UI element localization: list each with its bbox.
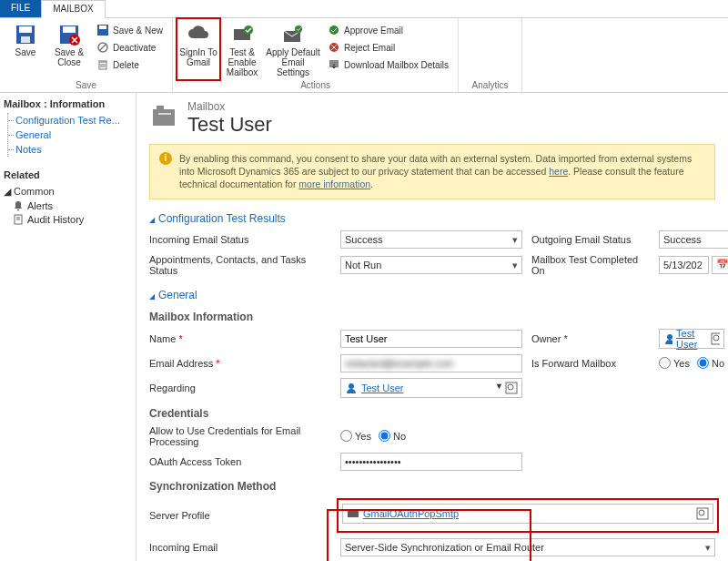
sidebar-item-audit[interactable]: Audit History: [13, 214, 132, 225]
tab-mailbox[interactable]: MAILBOX: [41, 0, 105, 18]
label-outgoing-status: Outgoing Email Status: [531, 234, 650, 245]
subhead-mailbox-info: Mailbox Information: [149, 311, 715, 323]
save-new-button[interactable]: Save & New: [93, 22, 167, 38]
input-act-status[interactable]: Not Run: [340, 256, 522, 274]
label-name: Name: [149, 333, 331, 344]
svg-rect-27: [157, 106, 164, 113]
reject-email-button[interactable]: Reject Email: [324, 39, 452, 56]
input-outgoing-status[interactable]: Success: [659, 230, 728, 249]
label-regarding: Regarding: [149, 382, 331, 393]
user-icon: [345, 382, 358, 394]
delete-button[interactable]: Delete: [93, 56, 167, 73]
sidebar-item-config[interactable]: Configuration Test Re...: [8, 113, 132, 128]
server-profile-link[interactable]: GmailOAuthPopSmtp: [363, 508, 459, 519]
label-incoming-status: Incoming Email Status: [149, 234, 331, 245]
svg-rect-35: [348, 510, 359, 517]
label-completed-on: Mailbox Test Completed On: [531, 254, 650, 276]
lookup-regarding[interactable]: Test User ▼: [340, 378, 522, 398]
reject-label: Reject Email: [344, 43, 395, 53]
radio-allow-cred[interactable]: Yes No: [340, 430, 522, 442]
lookup-server-profile[interactable]: GmailOAuthPopSmtp: [342, 504, 713, 524]
save-close-button[interactable]: Save & Close: [49, 20, 89, 78]
tab-file[interactable]: FILE: [0, 0, 41, 17]
lookup-icon[interactable]: [505, 382, 518, 394]
delete-label: Delete: [113, 60, 139, 70]
input-email[interactable]: redacted@example.com: [340, 354, 522, 372]
section-general-header[interactable]: General: [149, 289, 715, 301]
apply-default-button[interactable]: Apply Default Email Settings: [266, 20, 320, 78]
label-email: Email Address: [149, 358, 331, 369]
user-icon: [663, 332, 672, 345]
svg-point-22: [17, 209, 19, 211]
lookup-icon[interactable]: [711, 332, 720, 345]
banner-link-here[interactable]: here: [549, 166, 568, 177]
owner-link[interactable]: Test User: [676, 328, 707, 350]
input-oauth[interactable]: ••••••••••••••••: [340, 453, 522, 471]
save-new-label: Save & New: [113, 26, 163, 36]
reject-icon: [328, 41, 340, 54]
entity-type-label: Mailbox: [187, 100, 272, 113]
banner-link-more[interactable]: more information: [298, 178, 370, 189]
sidebar-alerts-label: Alerts: [27, 200, 53, 211]
cloud-signin-icon: [187, 24, 209, 46]
input-name[interactable]: [340, 330, 522, 348]
input-incoming-status[interactable]: Success: [340, 230, 522, 249]
calendar-icon[interactable]: 📅: [712, 256, 728, 274]
sidebar-related-header: Related: [4, 169, 132, 180]
approve-label: Approve Email: [344, 26, 403, 36]
signin-gmail-label: SignIn To Gmail: [178, 47, 218, 67]
group-label-actions: Actions: [173, 80, 458, 90]
svg-point-34: [508, 384, 513, 390]
lookup-icon[interactable]: [696, 507, 709, 520]
deactivate-label: Deactivate: [113, 43, 156, 53]
save-new-icon: [96, 24, 109, 36]
label-act-status: Appointments, Contacts, and Tasks Status: [149, 254, 331, 276]
label-allow-cred: Allow to Use Credentials for Email Proce…: [149, 425, 331, 447]
lookup-owner[interactable]: Test User: [659, 329, 724, 349]
approve-email-button[interactable]: Approve Email: [324, 22, 452, 38]
download-label: Download Mailbox Details: [344, 60, 449, 70]
mailbox-entity-icon: [149, 102, 180, 135]
subhead-credentials: Credentials: [149, 407, 715, 420]
ribbon-group-save: Save Save & Close Save & New Deactivate …: [0, 18, 173, 92]
svg-point-29: [667, 334, 672, 340]
ribbon-group-actions: SignIn To Gmail Test & Enable Mailbox Ap…: [173, 18, 459, 92]
label-server-profile: Server Profile: [149, 510, 331, 521]
sidebar-item-general[interactable]: General: [8, 128, 132, 142]
sidebar: Mailbox : Information Configuration Test…: [0, 93, 136, 561]
deactivate-button[interactable]: Deactivate: [93, 39, 167, 56]
banner-text-c: .: [370, 178, 373, 189]
sidebar-title: Mailbox : Information: [4, 98, 132, 109]
signin-gmail-button[interactable]: SignIn To Gmail: [178, 20, 218, 78]
input-completed-on[interactable]: 5/13/202 📅 3:50 P: [659, 256, 728, 274]
svg-rect-28: [158, 113, 171, 115]
apply-default-label: Apply Default Email Settings: [266, 47, 320, 77]
svg-point-19: [329, 26, 339, 35]
sidebar-item-notes[interactable]: Notes: [8, 142, 132, 157]
subhead-sync: Synchronization Method: [149, 480, 715, 493]
main-area: Mailbox : Information Configuration Test…: [0, 93, 728, 561]
section-config-header[interactable]: Configuration Test Results: [149, 212, 715, 225]
svg-rect-2: [21, 36, 30, 43]
test-enable-button[interactable]: Test & Enable Mailbox: [222, 20, 262, 78]
radio-is-forward[interactable]: Yes No: [659, 357, 724, 369]
svg-rect-1: [19, 26, 32, 33]
save-button[interactable]: Save: [5, 20, 46, 78]
download-icon: [328, 58, 340, 71]
content-pane[interactable]: Mailbox Test User i By enabling this com…: [136, 93, 728, 561]
chevron-down-icon[interactable]: ▼: [495, 382, 503, 394]
page-header: Mailbox Test User: [149, 100, 715, 137]
info-banner: i By enabling this command, you consent …: [149, 144, 715, 199]
save-close-icon: [58, 24, 80, 46]
regarding-link[interactable]: Test User: [361, 382, 403, 393]
audit-icon: [13, 214, 24, 225]
svg-point-32: [349, 383, 354, 389]
select-incoming-email[interactable]: Server-Side Synchronization or Email Rou…: [340, 538, 715, 556]
sidebar-item-alerts[interactable]: Alerts: [13, 200, 132, 211]
svg-rect-7: [99, 26, 106, 29]
label-is-forward: Is Forward Mailbox: [531, 358, 650, 369]
deactivate-icon: [96, 41, 109, 54]
download-details-button[interactable]: Download Mailbox Details: [324, 56, 452, 73]
group-label-save: Save: [0, 80, 172, 90]
sidebar-common-header[interactable]: Common: [14, 186, 55, 197]
